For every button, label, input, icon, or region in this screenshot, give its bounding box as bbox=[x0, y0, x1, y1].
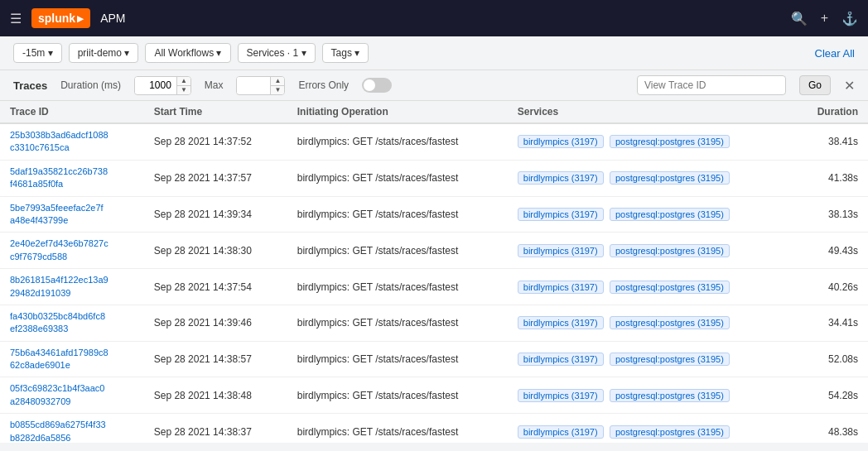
trace-id-link[interactable]: 5be7993a5feeefac2e7fa48e4f43799e bbox=[10, 202, 134, 228]
duration-spin-down[interactable]: ▼ bbox=[177, 86, 190, 94]
workflow-label: All Workflows ▾ bbox=[154, 47, 221, 59]
table-row: fa430b0325bc84bd6fc8ef2388e69383 Sep 28 … bbox=[0, 305, 868, 341]
duration-cell: 38.13s bbox=[794, 196, 868, 233]
trace-id-cell: b0855cd869a6275f4f33b8282d6a5856 bbox=[0, 414, 144, 443]
trace-id-cell: fa430b0325bc84bd6fc8ef2388e69383 bbox=[0, 305, 144, 341]
add-icon[interactable]: + bbox=[821, 11, 828, 26]
splunk-logo: splunk ▶ bbox=[31, 8, 90, 28]
table-row: 8b261815a4f122ec13a929482d191039 Sep 28 … bbox=[0, 269, 868, 305]
start-time-cell: Sep 28 2021 14:39:46 bbox=[144, 305, 287, 341]
duration-spin-up[interactable]: ▲ bbox=[177, 77, 190, 86]
trace-id-link[interactable]: 2e40e2ef7d43e6b7827cc9f7679cd588 bbox=[10, 237, 134, 263]
service-badge-1: birdlympics (3197) bbox=[518, 316, 604, 329]
trace-id-cell: 25b3038b3ad6adcf1088c3310c7615ca bbox=[0, 123, 144, 160]
services-cell: birdlympics (3197) postgresql:postgres (… bbox=[508, 377, 794, 414]
services-cell: birdlympics (3197) postgresql:postgres (… bbox=[508, 414, 794, 443]
service-badge-2: postgresql:postgres (3195) bbox=[610, 281, 730, 294]
services-cell: birdlympics (3197) postgresql:postgres (… bbox=[508, 160, 794, 196]
trace-id-cell: 2e40e2ef7d43e6b7827cc9f7679cd588 bbox=[0, 233, 144, 269]
time-range-filter[interactable]: -15m ▾ bbox=[13, 43, 62, 63]
trace-id-link[interactable]: b0855cd869a6275f4f33b8282d6a5856 bbox=[10, 419, 134, 443]
trace-id-link[interactable]: 25b3038b3ad6adcf1088c3310c7615ca bbox=[10, 129, 134, 155]
trace-id-cell: 5be7993a5feeefac2e7fa48e4f43799e bbox=[0, 196, 144, 233]
clear-all-button[interactable]: Clear All bbox=[815, 47, 855, 60]
hamburger-icon[interactable]: ☰ bbox=[10, 11, 22, 26]
services-cell: birdlympics (3197) postgresql:postgres (… bbox=[508, 233, 794, 269]
table-row: 25b3038b3ad6adcf1088c3310c7615ca Sep 28 … bbox=[0, 123, 868, 160]
max-spinners: ▲ ▼ bbox=[270, 77, 284, 94]
duration-cell: 41.38s bbox=[794, 160, 868, 196]
operation-cell: birdlympics: GET /stats/races/fastest bbox=[287, 233, 508, 269]
start-time-cell: Sep 28 2021 14:38:48 bbox=[144, 377, 287, 414]
service-badge-2: postgresql:postgres (3195) bbox=[610, 389, 730, 402]
trace-id-link[interactable]: 75b6a43461afd17989c862c8ade6901e bbox=[10, 347, 134, 372]
workflow-filter[interactable]: All Workflows ▾ bbox=[145, 43, 230, 63]
max-input[interactable] bbox=[237, 77, 270, 94]
table-row: b0855cd869a6275f4f33b8282d6a5856 Sep 28 … bbox=[0, 414, 868, 443]
operation-cell: birdlympics: GET /stats/races/fastest bbox=[287, 160, 508, 196]
services-filter[interactable]: Services · 1 ▾ bbox=[238, 43, 316, 63]
col-start-time: Start Time bbox=[144, 101, 287, 123]
service-badge-2: postgresql:postgres (3195) bbox=[610, 135, 730, 148]
trace-id-link[interactable]: 05f3c69823c1b4f3aac0a28480932709 bbox=[10, 382, 134, 408]
toggle-knob bbox=[364, 79, 375, 91]
duration-cell: 48.38s bbox=[794, 414, 868, 443]
services-cell: birdlympics (3197) postgresql:postgres (… bbox=[508, 196, 794, 233]
traces-table-container: Trace ID Start Time Initiating Operation… bbox=[0, 101, 868, 443]
max-spin-down[interactable]: ▼ bbox=[271, 86, 284, 94]
logo-text: splunk bbox=[38, 12, 75, 25]
duration-cell: 40.26s bbox=[794, 269, 868, 305]
operation-cell: birdlympics: GET /stats/races/fastest bbox=[287, 377, 508, 414]
start-time-cell: Sep 28 2021 14:39:34 bbox=[144, 196, 287, 233]
errors-only-label: Errors Only bbox=[298, 79, 349, 91]
table-row: 05f3c69823c1b4f3aac0a28480932709 Sep 28 … bbox=[0, 377, 868, 414]
start-time-cell: Sep 28 2021 14:38:37 bbox=[144, 414, 287, 443]
start-time-cell: Sep 28 2021 14:37:57 bbox=[144, 160, 287, 196]
search-icon[interactable]: 🔍 bbox=[791, 11, 808, 26]
start-time-cell: Sep 28 2021 14:38:57 bbox=[144, 341, 287, 377]
environment-filter[interactable]: priit-demo ▾ bbox=[69, 43, 139, 63]
duration-input-container: ▲ ▼ bbox=[134, 76, 191, 95]
top-nav: ☰ splunk ▶ APM 🔍 + ⚓ bbox=[0, 0, 868, 36]
table-row: 5be7993a5feeefac2e7fa48e4f43799e Sep 28 … bbox=[0, 196, 868, 233]
service-badge-1: birdlympics (3197) bbox=[518, 353, 604, 366]
operation-cell: birdlympics: GET /stats/races/fastest bbox=[287, 305, 508, 341]
view-trace-input[interactable] bbox=[637, 75, 786, 95]
trace-id-link[interactable]: 8b261815a4f122ec13a929482d191039 bbox=[10, 274, 134, 300]
max-label: Max bbox=[205, 79, 224, 91]
trace-id-link[interactable]: 5daf19a35821cc26b738f4681a85f0fa bbox=[10, 166, 134, 191]
tags-filter[interactable]: Tags ▾ bbox=[322, 43, 369, 63]
bookmark-icon[interactable]: ⚓ bbox=[841, 11, 858, 26]
logo-arrow: ▶ bbox=[77, 14, 84, 23]
traces-toolbar: Traces Duration (ms) ▲ ▼ Max ▲ ▼ Errors … bbox=[0, 70, 868, 101]
service-badge-1: birdlympics (3197) bbox=[518, 135, 604, 148]
trace-id-link[interactable]: fa430b0325bc84bd6fc8ef2388e69383 bbox=[10, 310, 134, 336]
go-button[interactable]: Go bbox=[799, 75, 831, 95]
col-services: Services bbox=[508, 101, 794, 123]
service-badge-2: postgresql:postgres (3195) bbox=[610, 353, 730, 366]
service-badge-1: birdlympics (3197) bbox=[518, 281, 604, 294]
start-time-cell: Sep 28 2021 14:37:54 bbox=[144, 269, 287, 305]
start-time-cell: Sep 28 2021 14:37:52 bbox=[144, 123, 287, 160]
service-badge-1: birdlympics (3197) bbox=[518, 425, 604, 439]
service-badge-1: birdlympics (3197) bbox=[518, 244, 604, 257]
duration-label: Duration (ms) bbox=[60, 79, 121, 91]
duration-cell: 49.43s bbox=[794, 233, 868, 269]
table-body: 25b3038b3ad6adcf1088c3310c7615ca Sep 28 … bbox=[0, 123, 868, 443]
nav-icons: 🔍 + ⚓ bbox=[791, 11, 858, 26]
table-row: 2e40e2ef7d43e6b7827cc9f7679cd588 Sep 28 … bbox=[0, 233, 868, 269]
close-button[interactable]: ✕ bbox=[844, 78, 855, 94]
errors-only-toggle[interactable] bbox=[362, 78, 392, 93]
max-spin-up[interactable]: ▲ bbox=[271, 77, 284, 86]
max-input-container: ▲ ▼ bbox=[236, 76, 285, 95]
col-initiating-op: Initiating Operation bbox=[287, 101, 508, 123]
duration-input[interactable] bbox=[135, 77, 176, 94]
service-badge-2: postgresql:postgres (3195) bbox=[610, 425, 730, 439]
service-badge-2: postgresql:postgres (3195) bbox=[610, 171, 730, 185]
col-duration: Duration bbox=[794, 101, 868, 123]
app-name: APM bbox=[100, 12, 125, 25]
service-badge-2: postgresql:postgres (3195) bbox=[610, 316, 730, 329]
service-badge-1: birdlympics (3197) bbox=[518, 389, 604, 402]
trace-id-cell: 05f3c69823c1b4f3aac0a28480932709 bbox=[0, 377, 144, 414]
service-badge-1: birdlympics (3197) bbox=[518, 171, 604, 185]
